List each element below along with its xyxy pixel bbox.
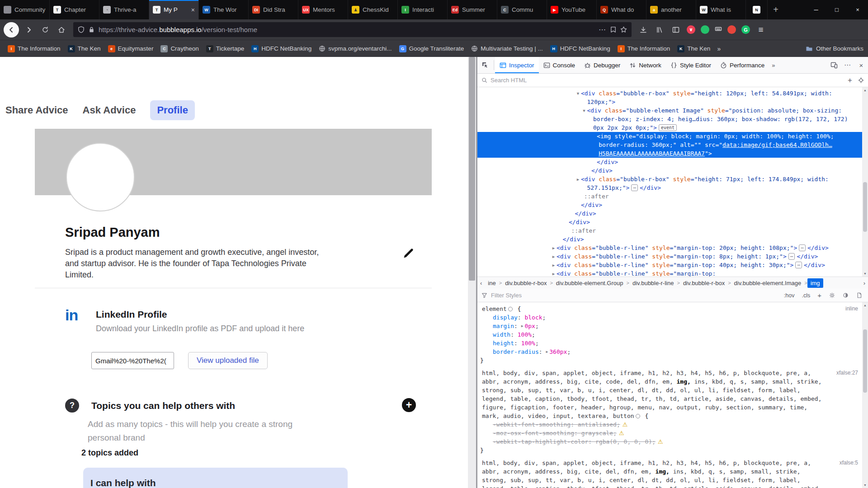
new-tab-button[interactable]: + xyxy=(768,0,784,19)
browser-tab[interactable]: Community | xyxy=(0,0,50,19)
page-actions-button[interactable]: ⋯ xyxy=(599,25,606,34)
markup-line[interactable]: 0px 2px 2px 0px;">event xyxy=(477,123,868,132)
devtools-menu-button[interactable]: ⋯ xyxy=(841,57,854,73)
markup-line[interactable]: ::after xyxy=(477,192,868,201)
menu-button[interactable]: ≡ xyxy=(754,25,768,35)
help-icon[interactable]: ? xyxy=(65,399,79,413)
expand-shorthand-icon[interactable]: ▶ xyxy=(546,350,548,354)
bookmark-item[interactable]: Multivariate Testing | ... xyxy=(468,44,546,53)
page-action-icon[interactable] xyxy=(610,26,617,33)
browser-tab[interactable]: CCommu xyxy=(497,0,547,19)
breadcrumb-item[interactable]: div.bubble-r-line xyxy=(629,278,677,288)
html-search-bar[interactable]: Search HTML + xyxy=(477,74,868,87)
page-scrollbar-thumb[interactable] xyxy=(469,57,475,281)
markup-line[interactable]: </div> xyxy=(477,166,868,175)
devtools-tab-network[interactable]: Network xyxy=(625,57,666,73)
bookmark-item[interactable]: svpma.org/eventarchi... xyxy=(316,44,395,53)
bookmark-item[interactable]: IThe Information xyxy=(614,44,674,54)
other-bookmarks-button[interactable]: Other Bookmarks xyxy=(806,45,863,52)
markup-scrollbar-thumb[interactable] xyxy=(863,182,867,232)
rule-selector[interactable]: html, body, div, span, applet, object, i… xyxy=(480,369,858,420)
markup-line-selected[interactable]: <img style="display: block; margin: 0px;… xyxy=(477,132,868,141)
bookmark-item[interactable]: KThe Ken xyxy=(674,44,713,54)
bookmark-item[interactable]: HHDFC NetBanking xyxy=(248,44,315,54)
back-button[interactable] xyxy=(4,22,19,38)
bookmark-item[interactable]: eEquitymaster xyxy=(105,44,157,54)
filter-styles-placeholder[interactable]: Filter Styles xyxy=(491,292,778,299)
markup-line[interactable]: </div> xyxy=(477,158,868,166)
linkedin-file-input[interactable] xyxy=(91,352,174,369)
close-button[interactable]: × xyxy=(847,0,868,19)
view-uploaded-file-button[interactable]: View uploaded file xyxy=(188,352,268,369)
scroll-down-arrow[interactable]: ▼ xyxy=(862,271,868,277)
page-tab-share-advice[interactable]: Share Advice xyxy=(5,104,68,116)
markup-line-selected[interactable]: H5BAEAAAAALAAAAAABAAEAAAIBRAA7"> xyxy=(477,149,868,158)
edit-bio-button[interactable] xyxy=(402,247,416,260)
css-declaration[interactable]: height: 100%; xyxy=(480,339,858,347)
maximize-button[interactable]: □ xyxy=(826,0,847,19)
page-tab-ask-advice[interactable]: Ask Advice xyxy=(83,104,136,116)
devtools-close-button[interactable]: × xyxy=(854,57,868,73)
more-tools-button[interactable]: » xyxy=(769,57,778,73)
extension-red[interactable] xyxy=(727,25,736,34)
markup-line[interactable]: ▶<div class="bubble-r-line" style="margi… xyxy=(477,261,868,269)
browser-tab-active[interactable]: TMy P× xyxy=(149,0,199,19)
light-scheme-sim-button[interactable] xyxy=(827,292,837,298)
library-button[interactable] xyxy=(652,23,667,37)
breadcrumb-item[interactable]: div.bubble-r-box xyxy=(502,278,550,288)
markup-line[interactable]: ::after xyxy=(477,226,868,235)
markup-line[interactable]: 527.151px;">⋯</div> xyxy=(477,183,868,192)
selector-highlighter-icon[interactable] xyxy=(508,307,513,311)
bookmarks-overflow-button[interactable]: » xyxy=(717,45,721,52)
url-bar[interactable]: https://thrive-advice.bubbleapps.io/vers… xyxy=(73,22,632,37)
breadcrumb-scroll-left[interactable]: ‹ xyxy=(477,280,485,286)
browser-tab[interactable]: aanother xyxy=(646,0,696,19)
markup-line[interactable]: </div> xyxy=(477,209,868,218)
dark-scheme-sim-button[interactable] xyxy=(840,292,850,298)
bookmark-item[interactable]: HHDFC NetBanking xyxy=(547,44,613,54)
browser-tab[interactable]: ◔Thrive-a xyxy=(99,0,149,19)
css-declaration[interactable]: -webkit-font-smoothing: antialiased;⚠ xyxy=(480,420,858,429)
rule-source-link[interactable]: xfalse:5 xyxy=(840,459,858,467)
bookmark-item[interactable]: GGoogle Transliterate xyxy=(396,44,467,54)
breadcrumb-item[interactable]: img xyxy=(807,278,823,288)
input-tools-extension[interactable] xyxy=(715,25,722,34)
bookmark-item[interactable]: CCraytheon xyxy=(157,44,202,54)
minimize-button[interactable]: ─ xyxy=(806,0,826,19)
grammarly-extension[interactable]: G xyxy=(741,25,750,34)
markup-line[interactable]: ▶<div class="bubble-r-line" style="margi… xyxy=(477,252,868,261)
browser-tab[interactable]: QWhat do xyxy=(597,0,646,19)
bookmark-star-icon[interactable] xyxy=(620,26,627,33)
node-picker-button[interactable] xyxy=(477,57,493,73)
devtools-tab-inspector[interactable]: Inspector xyxy=(495,57,539,73)
css-declaration[interactable]: margin: ▶0px; xyxy=(480,322,858,330)
rule-selector[interactable]: html, body, div, span, applet, object, i… xyxy=(480,459,858,488)
scroll-up-arrow[interactable]: ▲ xyxy=(862,302,868,308)
markup-line[interactable]: ▼<div class="bubble-r-box" style="height… xyxy=(477,89,868,98)
markup-line[interactable]: ▶<div class="bubble-r-box" style="height… xyxy=(477,175,868,183)
home-button[interactable] xyxy=(54,23,69,37)
avatar[interactable] xyxy=(66,143,135,211)
toggle-class-button[interactable]: .cls xyxy=(800,291,812,300)
browser-tab[interactable]: WThe Wor xyxy=(199,0,249,19)
devtools-tab-performance[interactable]: Performance xyxy=(716,57,769,73)
markup-line[interactable]: </div> xyxy=(477,201,868,209)
breadcrumb-item[interactable]: div.bubble-element.Image xyxy=(731,278,805,288)
markup-line[interactable]: border-box; z-index: 4; heig…dius: 360px… xyxy=(477,115,868,123)
sidebar-button[interactable] xyxy=(669,23,683,37)
css-declaration[interactable]: -moz-osx-font-smoothing: grayscale;⚠ xyxy=(480,429,858,437)
breadcrumb-scroll-right[interactable]: › xyxy=(861,280,868,286)
twisty-icon[interactable]: ▶ xyxy=(551,261,557,270)
browser-tab[interactable]: ▶YouTube xyxy=(547,0,597,19)
bookmark-item[interactable]: TTickertape xyxy=(203,44,248,54)
twisty-icon[interactable]: ▼ xyxy=(575,89,581,98)
devtools-tab-debugger[interactable]: Debugger xyxy=(580,57,625,73)
topics-card[interactable]: I can help with xyxy=(83,468,348,488)
add-node-button[interactable]: + xyxy=(845,76,855,85)
browser-tab[interactable]: ♟ChessKid xyxy=(348,0,398,19)
bookmark-item[interactable]: KThe Ken xyxy=(65,44,104,54)
markup-line-selected[interactable]: border-radius: 360px;" alt="" src="data:… xyxy=(477,141,868,149)
bookmark-item[interactable]: IThe Information xyxy=(5,44,64,54)
selector-highlighter-icon[interactable] xyxy=(636,414,640,418)
markup-line[interactable]: </div> xyxy=(477,235,868,244)
